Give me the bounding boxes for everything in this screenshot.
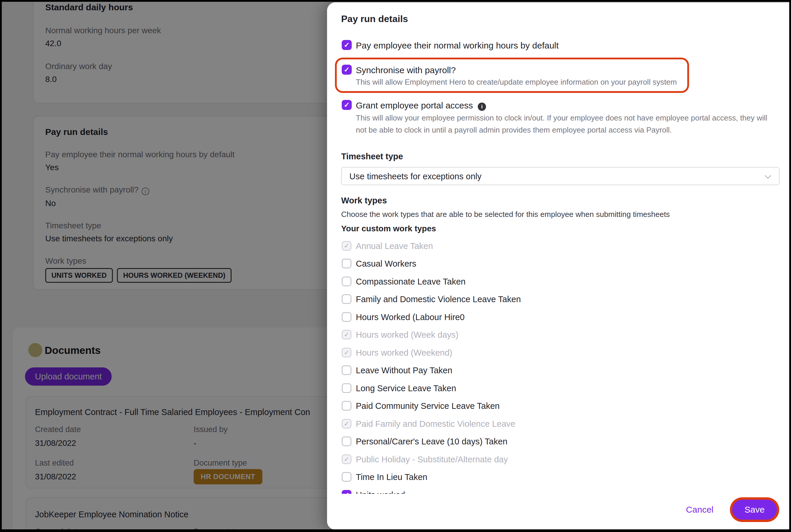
checkmark-icon: ✓ [342, 65, 352, 75]
drawer-title: Pay run details [341, 14, 408, 24]
checkbox-unchecked[interactable] [342, 472, 351, 482]
chevron-down-icon [765, 173, 771, 179]
checkmark-icon: ✓ [342, 40, 352, 50]
work-types-description: Choose the work types that are able to b… [341, 210, 670, 219]
checkbox-unchecked[interactable] [342, 401, 351, 411]
checkbox-unchecked[interactable] [342, 365, 351, 375]
checkbox-unchecked[interactable] [342, 259, 351, 268]
checkmark-icon: ✓ [342, 100, 352, 110]
timesheet-type-label: Timesheet type [341, 152, 403, 162]
checkbox-label[interactable]: Grant employee portal access i [356, 100, 486, 111]
checkbox-checked-disabled: ✓ [342, 348, 351, 357]
checkbox-label[interactable]: Pay employee their normal working hours … [356, 41, 559, 51]
checkbox-unchecked[interactable] [342, 277, 351, 286]
cancel-button[interactable]: Cancel [686, 505, 713, 515]
checkbox-description: This will allow Employment Hero to creat… [356, 78, 677, 87]
work-types-list: ✓Annual Leave Taken Casual Workers Compa… [327, 238, 791, 494]
checkbox-description-line1: This will allow your employee permission… [356, 113, 767, 122]
checkbox-pay-normal-hours[interactable]: ✓ [342, 40, 352, 50]
annotation-highlight-box [335, 58, 689, 93]
drawer-footer: Cancel Save [686, 497, 779, 522]
checkbox-description-line2: not be able to clock in until a payroll … [356, 126, 672, 135]
frame-border [789, 0, 791, 532]
pay-run-details-drawer: Pay run details ✓ Pay employee their nor… [327, 2, 791, 530]
annotation-highlight-ring: Save [730, 497, 779, 522]
custom-work-types-heading: Your custom work types [341, 224, 436, 233]
work-types-heading: Work types [341, 196, 387, 206]
info-icon[interactable]: i [478, 102, 486, 111]
checkbox-synchronise-payroll[interactable]: ✓ [342, 65, 352, 75]
checkbox-checked-disabled: ✓ [342, 454, 351, 464]
checkbox-unchecked[interactable] [342, 436, 351, 446]
checkbox-checked[interactable]: ✓ [342, 490, 351, 494]
checkbox-checked-disabled: ✓ [342, 419, 351, 429]
timesheet-type-select[interactable]: Use timesheets for exceptions only [341, 167, 779, 185]
frame-border [0, 529, 791, 532]
checkbox-unchecked[interactable] [342, 294, 351, 304]
checkbox-unchecked[interactable] [342, 312, 351, 322]
save-button[interactable]: Save [732, 500, 777, 520]
screen: Standard daily hours Normal working hour… [0, 0, 791, 532]
frame-border [0, 0, 2, 532]
checkbox-unchecked[interactable] [342, 383, 351, 393]
checkbox-grant-portal-access[interactable]: ✓ [342, 100, 352, 110]
checkbox-checked-disabled: ✓ [342, 241, 351, 251]
frame-border [0, 0, 791, 2]
checkbox-label[interactable]: Synchronise with payroll? [356, 65, 456, 75]
selected-option: Use timesheets for exceptions only [349, 172, 482, 182]
checkbox-checked-disabled: ✓ [342, 330, 351, 340]
